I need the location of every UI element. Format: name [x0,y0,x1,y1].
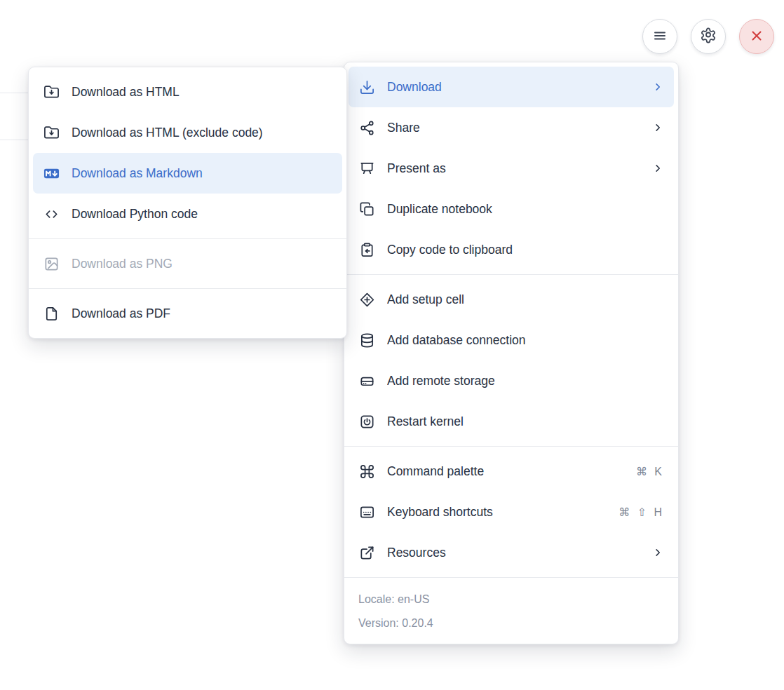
menu-item-command-palette[interactable]: Command palette⌘ K [349,451,674,492]
database-icon [358,332,375,349]
menu-item-label: Keyboard shortcuts [387,505,619,520]
menu-item-label: Download [387,80,651,95]
menu-item-label: Duplicate notebook [387,202,664,217]
hamburger-icon [651,27,668,46]
file-icon [43,305,60,322]
menu-item-add-setup-cell[interactable]: Add setup cell [349,279,674,320]
menu-item-label: Add setup cell [387,292,664,307]
menu-item-label: Download as PDF [72,306,332,321]
menu-item-share[interactable]: Share [349,107,674,148]
menu-item-keyboard-shortcuts[interactable]: Keyboard shortcuts⌘ ⇧ H [349,492,674,532]
menu-separator [29,238,346,239]
image-icon [43,255,60,272]
background-cell-border [0,93,29,93]
version-text: Version: 0.20.4 [358,611,664,635]
menu-item-resources[interactable]: Resources [349,532,674,573]
menu-item-present-as[interactable]: Present as [349,148,674,189]
menu-item-add-remote-storage[interactable]: Add remote storage [349,360,674,401]
menu-separator [344,446,678,447]
toolbar [642,19,774,54]
menu-separator [29,288,346,289]
code-icon [43,205,60,222]
menu-item-label: Download Python code [72,207,332,222]
main-menu-items: DownloadSharePresent asDuplicate noteboo… [349,67,674,573]
keyboard-icon [358,503,375,520]
menu-item-download-as-png: Download as PNG [33,243,342,284]
download-submenu: Download as HTMLDownload as HTML (exclud… [28,67,347,339]
menu-item-add-database-connection[interactable]: Add database connection [349,320,674,360]
external-link-icon [358,544,375,561]
settings-button[interactable] [691,19,726,54]
chevron-right-icon [651,546,664,559]
menu-item-duplicate-notebook[interactable]: Duplicate notebook [349,189,674,229]
chevron-right-icon [651,121,664,134]
menu-item-label: Present as [387,161,651,176]
menu-item-restart-kernel[interactable]: Restart kernel [349,401,674,442]
menu-item-download-as-markdown[interactable]: Download as Markdown [33,153,342,194]
hard-drive-icon [358,372,375,389]
menu-button[interactable] [642,19,677,54]
menu-item-label: Download as HTML [72,85,332,100]
menu-item-label: Download as HTML (exclude code) [72,126,332,140]
download-icon [358,79,375,95]
menu-item-copy-code-to-clipboard[interactable]: Copy code to clipboard [349,229,674,270]
close-icon [748,27,765,46]
menu-separator [344,274,678,275]
menu-item-download-as-html-exclude-code[interactable]: Download as HTML (exclude code) [33,112,342,153]
folder-download-icon [43,83,60,100]
power-icon [358,413,375,430]
gear-icon [700,27,717,46]
menu-item-label: Command palette [387,464,636,479]
menu-item-label: Add remote storage [387,374,664,388]
shortcut-hint: ⌘ K [636,465,664,478]
menu-item-download-as-html[interactable]: Download as HTML [33,72,342,112]
markdown-icon [43,165,60,182]
menu-item-label: Download as Markdown [72,166,332,181]
main-menu: DownloadSharePresent asDuplicate noteboo… [344,62,679,644]
clipboard-icon [358,241,375,258]
menu-item-label: Download as PNG [72,257,332,271]
menu-item-label: Copy code to clipboard [387,243,664,257]
shortcut-hint: ⌘ ⇧ H [619,506,664,519]
menu-item-label: Share [387,121,651,135]
menu-item-label: Resources [387,546,651,560]
folder-download-icon [43,124,60,141]
command-icon [358,463,375,480]
chevron-right-icon [651,162,664,175]
menu-footer: Locale: en-US Version: 0.20.4 [349,582,674,640]
menu-item-download-as-pdf[interactable]: Download as PDF [33,293,342,334]
duplicate-icon [358,201,375,217]
background-cell-border [0,140,29,140]
menu-item-download[interactable]: Download [349,67,674,107]
diamond-plus-icon [358,291,375,308]
close-button[interactable] [739,19,774,54]
menu-item-label: Add database connection [387,333,664,348]
menu-item-download-python-code[interactable]: Download Python code [33,194,342,234]
share-icon [358,119,375,136]
menu-item-label: Restart kernel [387,414,664,429]
menu-separator [344,577,678,578]
locale-text: Locale: en-US [358,588,664,611]
presentation-icon [358,160,375,177]
chevron-right-icon [651,81,664,93]
